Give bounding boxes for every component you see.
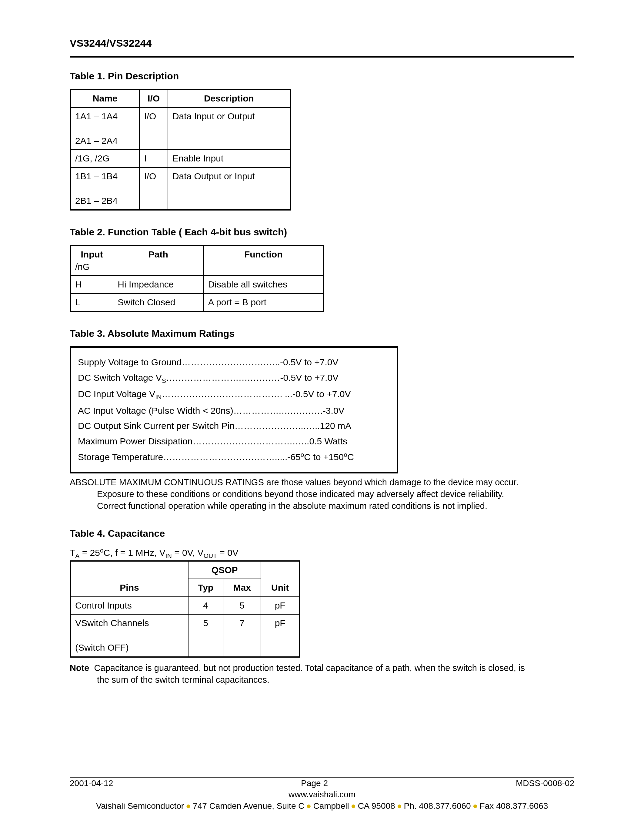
bullet-icon: ● [304,801,313,810]
cell: 7 [223,614,261,657]
cell: Data Output or Input [168,167,290,210]
rating-line: Storage Temperature………………………….…….....-65… [78,450,390,463]
datasheet-page: VS3244/VS32244 Table 1. Pin Description … [0,0,644,833]
cell: (Switch OFF) [75,642,129,653]
page-header-title: VS3244/VS32244 [70,36,574,50]
superscript: o [301,451,304,458]
cell: L [70,294,113,312]
cell: I [139,150,167,167]
capacitance-note: Note Capacitance is guaranteed, but not … [70,662,574,686]
t4-h-max: Max [223,579,261,597]
txt: DC Input Voltage V [78,389,155,399]
addr-part: Ph. 408.377.6060 [404,801,471,810]
abs-max-note: ABSOLUTE MAXIMUM CONTINUOUS RATINGS are … [70,476,574,512]
note-line: Capacitance is guaranteed, but not produ… [94,663,525,673]
cell: I/O [139,167,167,210]
addr-part: Campbell [313,801,349,810]
note-line: Exposure to these conditions or conditio… [97,488,574,500]
bullet-icon: ● [349,801,358,810]
txt: …………………………………. ...-0.5V to +7.0V [161,389,351,399]
subscript: IN [166,552,172,559]
subscript: IN [155,394,161,400]
rating-line: DC Input Voltage VIN…………………………………. ...-0… [78,388,390,401]
cell: Disable all switches [203,276,324,294]
addr-part: Fax 408.377.6063 [480,801,548,810]
cell: 1B1 – 1B4 [75,171,118,181]
txt: Storage Temperature………………………….…….....-65 [78,452,301,462]
t4-h-typ: Typ [188,579,223,597]
subscript: S [162,377,166,384]
table-row: /1G, /2G I Enable Input [70,150,290,167]
cell: VSwitch Channels [75,618,149,628]
rating-line: Supply Voltage to Ground……………………….…..-0.… [78,356,390,369]
table3-title: Table 3. Absolute Maximum Ratings [70,327,574,340]
note-line: the sum of the switch terminal capacitan… [97,674,574,686]
bullet-icon: ● [471,801,480,810]
txt: T [70,548,75,558]
t4-h-pkg: QSOP [188,561,261,579]
table4-title: Table 4. Capacitance [70,527,574,540]
table-row: 1A1 – 1A42A1 – 2A4 I/O Data Input or Out… [70,108,290,150]
superscript: o [344,451,347,458]
cell: I/O [139,108,167,150]
t2-h-func: Function [203,245,324,276]
note-line: Correct functional operation while opera… [97,500,574,512]
t1-h-desc: Description [168,89,290,108]
page-footer: 2001-04-12 Page 2 MDSS-0008-02 www.vaish… [70,777,574,812]
txt: = 0V [217,548,238,558]
addr-part: CA 95008 [358,801,395,810]
t1-h-io: I/O [139,89,167,108]
cell: Control Inputs [70,597,188,614]
cell: 4 [188,597,223,614]
cell: 2B1 – 2B4 [75,196,118,206]
footer-doc: MDSS-0008-02 [516,778,574,789]
cell: Switch Closed [113,294,203,312]
cell: 1A1 – 1A4 [75,111,118,121]
capacitance-table: Pins QSOP Unit Typ Max Control Inputs 4 … [70,560,300,658]
rating-line: Maximum Power Dissipation…………………………….…..… [78,435,390,448]
addr-part: Vaishali Semiconductor [96,801,184,810]
cell: pF [261,597,299,614]
rating-line: DC Output Sink Current per Switch Pin………… [78,420,390,432]
table-row: VSwitch Channels(Switch OFF) 5 7 pF [70,614,299,657]
table-row: H Hi Impedance Disable all switches [70,276,324,294]
table-row: 1B1 – 1B42B1 – 2B4 I/O Data Output or In… [70,167,290,210]
subscript: OUT [204,552,217,559]
cell: 2A1 – 2A4 [75,136,118,146]
cell: Hi Impedance [113,276,203,294]
bullet-icon: ● [184,801,193,810]
t2-h-input-sub: /nG [75,261,108,273]
function-table: Input /nG Path Function H Hi Impedance D… [70,245,324,312]
txt: = 25 [79,548,100,558]
cell: pF [261,614,299,657]
cell: 5 [188,614,223,657]
t2-h-input: Input [75,248,108,261]
pin-description-table: Name I/O Description 1A1 – 1A42A1 – 2A4 … [70,89,291,211]
table1-title: Table 1. Pin Description [70,70,574,83]
capacitance-conditions: TA = 25oC, f = 1 MHz, VIN = 0V, VOUT = 0… [70,546,574,560]
cell: A port = B port [203,294,324,312]
txt: C to +150 [304,452,344,462]
header-rule [70,56,574,58]
note-label: Note [70,663,89,673]
rating-line: DC Switch Voltage VS…………………….….………-0.5V … [78,371,390,385]
txt: C, f = 1 MHz, V [104,548,166,558]
txt: C [347,452,354,462]
footer-address: Vaishali Semiconductor●747 Camden Avenue… [70,800,574,812]
addr-part: 747 Camden Avenue, Suite C [193,801,304,810]
footer-page: Page 2 [301,778,328,789]
abs-max-ratings-box: Supply Voltage to Ground……………………….…..-0.… [70,346,398,473]
t4-h-unit: Unit [261,561,299,597]
table2-title: Table 2. Function Table ( Each 4-bit bus… [70,226,574,239]
rating-line: AC Input Voltage (Pulse Width < 20ns)………… [78,405,390,417]
cell: Data Input or Output [168,108,290,150]
superscript: o [100,547,104,554]
cell: Enable Input [168,150,290,167]
cell: H [70,276,113,294]
t2-h-path: Path [113,245,203,276]
note-line: ABSOLUTE MAXIMUM CONTINUOUS RATINGS are … [70,476,574,488]
footer-url: www.vaishali.com [70,789,574,800]
table-row: Control Inputs 4 5 pF [70,597,299,614]
table-row: L Switch Closed A port = B port [70,294,324,312]
cell: 5 [223,597,261,614]
